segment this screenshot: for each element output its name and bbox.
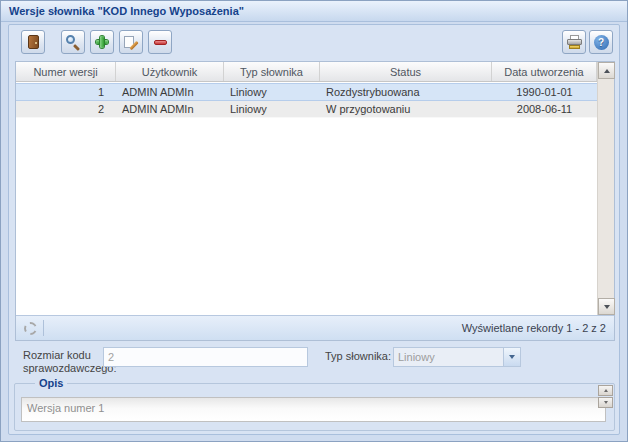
textarea-scroll-up-button[interactable]	[598, 385, 613, 396]
grid-header: Numer wersji Użytkownik Typ słownika Sta…	[16, 62, 597, 82]
window-content-panel: ? Numer wersji Użytkownik Typ słownika S…	[8, 24, 620, 435]
dictionary-versions-window: Wersje słownika "KOD Innego Wyposażenia"	[0, 0, 628, 442]
report-code-size-label: Rozmiar kodu sprawozdawczego:	[23, 349, 109, 375]
help-button[interactable]: ?	[589, 30, 613, 54]
grid-status-bar: Wyświetlane rekordy 1 - 2 z 2	[16, 315, 614, 340]
form-row: Rozmiar kodu sprawozdawczego: 2 Typ słow…	[15, 347, 613, 381]
cell-data-utworzenia: 2008-06-11	[492, 103, 597, 115]
scrollbar-up-button[interactable]	[598, 62, 615, 79]
cell-status: Rozdystrybuowana	[320, 86, 492, 98]
description-textarea[interactable]: Wersja numer 1	[21, 397, 606, 422]
print-button[interactable]	[562, 30, 586, 54]
report-code-size-field[interactable]: 2	[103, 347, 308, 367]
chevron-up-icon	[604, 389, 608, 392]
chevron-up-icon	[604, 69, 610, 73]
dictionary-type-combobox[interactable]: Liniowy	[393, 347, 521, 367]
cell-numer-wersji: 2	[16, 103, 116, 115]
cell-typ-slownika: Liniowy	[224, 103, 320, 115]
textarea-scroll-down-button[interactable]	[598, 397, 613, 408]
refresh-icon[interactable]	[24, 322, 37, 335]
column-header-uzytkownik[interactable]: Użytkownik	[116, 62, 224, 81]
chevron-down-icon	[604, 401, 608, 404]
records-count-label: Wyświetlane rekordy 1 - 2 z 2	[462, 322, 606, 334]
toolbar-separator	[43, 320, 44, 336]
door-icon	[28, 35, 39, 49]
delete-button[interactable]	[148, 30, 172, 54]
toolbar: ?	[21, 30, 613, 56]
cell-data-utworzenia: 1990-01-01	[492, 86, 597, 98]
cell-status: W przygotowaniu	[320, 103, 492, 115]
combobox-value: Liniowy	[398, 351, 435, 363]
grid-body: 1 ADMIN ADMIn Liniowy Rozdystrybuowana 1…	[16, 83, 597, 315]
cell-numer-wersji: 1	[16, 86, 116, 98]
help-icon: ?	[594, 35, 609, 50]
table-row[interactable]: 2 ADMIN ADMIn Liniowy W przygotowaniu 20…	[16, 101, 597, 118]
table-row[interactable]: 1 ADMIN ADMIn Liniowy Rozdystrybuowana 1…	[16, 83, 597, 101]
textarea-scrollbar	[598, 385, 613, 408]
scrollbar-down-button[interactable]	[598, 298, 615, 315]
column-header-status[interactable]: Status	[320, 62, 492, 81]
vertical-scrollbar[interactable]	[597, 62, 614, 315]
combobox-trigger-button[interactable]	[503, 348, 520, 366]
cell-uzytkownik: ADMIN ADMIn	[116, 86, 224, 98]
minus-icon	[154, 40, 167, 45]
cell-typ-slownika: Liniowy	[224, 86, 320, 98]
description-legend: Opis	[35, 377, 67, 389]
preview-button[interactable]	[61, 30, 85, 54]
versions-grid: Numer wersji Użytkownik Typ słownika Sta…	[15, 61, 615, 341]
edit-button[interactable]	[119, 30, 143, 54]
dictionary-type-label: Typ słownika:	[325, 350, 391, 363]
edit-icon	[124, 35, 138, 49]
column-header-typ-slownika[interactable]: Typ słownika	[224, 62, 320, 81]
chevron-down-icon	[604, 305, 610, 309]
column-header-numer-wersji[interactable]: Numer wersji	[16, 62, 116, 81]
cell-uzytkownik: ADMIN ADMIn	[116, 103, 224, 115]
exit-button[interactable]	[21, 30, 45, 54]
description-fieldset: Opis Wersja numer 1	[14, 383, 615, 431]
printer-icon	[567, 35, 582, 49]
plus-icon	[95, 35, 109, 49]
add-button[interactable]	[90, 30, 114, 54]
column-header-data-utworzenia[interactable]: Data utworzenia	[492, 62, 597, 81]
chevron-down-icon	[509, 355, 515, 359]
window-title: Wersje słownika "KOD Innego Wyposażenia"	[9, 5, 244, 17]
magnifier-icon	[66, 35, 81, 50]
window-titlebar: Wersje słownika "KOD Innego Wyposażenia"	[1, 1, 627, 22]
